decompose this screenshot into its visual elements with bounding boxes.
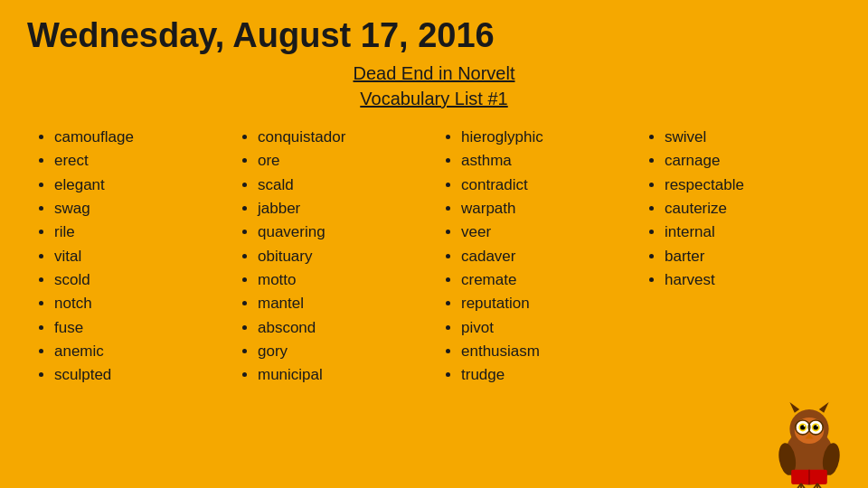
- svg-marker-2: [789, 402, 799, 413]
- list-item: pivot: [461, 316, 628, 340]
- column-1: camouflageerectelegantswagrilevitalscold…: [27, 126, 231, 388]
- column-3: hieroglyphicasthmacontradictwarpathveerc…: [434, 126, 637, 388]
- list-item: mantel: [258, 292, 425, 315]
- list-item: respectable: [665, 174, 832, 197]
- list-item: anemic: [54, 340, 222, 363]
- list-item: notch: [54, 292, 222, 315]
- list-item: veer: [461, 221, 628, 244]
- list-item: carnage: [665, 149, 832, 173]
- list-item: elegant: [54, 174, 222, 197]
- list-item: scold: [54, 268, 222, 292]
- svg-point-12: [816, 425, 818, 427]
- list-item: erect: [54, 149, 222, 173]
- svg-marker-3: [819, 402, 829, 413]
- list-item: contradict: [461, 174, 628, 197]
- list-item: reputation: [461, 292, 628, 315]
- owl-illustration: [769, 398, 850, 479]
- list-item: harvest: [665, 268, 832, 292]
- list-item: swivel: [665, 126, 832, 149]
- list-item: quavering: [258, 221, 425, 244]
- column-2: conquistadororescaldjabberquaveringobitu…: [231, 126, 434, 388]
- list-item: asthma: [461, 149, 628, 173]
- list-item: abscond: [258, 316, 425, 340]
- list-item: camouflage: [54, 126, 222, 149]
- column-4: swivelcarnagerespectablecauterizeinterna…: [637, 126, 841, 388]
- page-title: Wednesday, August 17, 2016: [0, 0, 868, 61]
- list-item: enthusiasm: [461, 340, 628, 363]
- list-item: cadaver: [461, 245, 628, 268]
- list-item: fuse: [54, 316, 222, 340]
- list-item: conquistador: [258, 126, 425, 149]
- list-item: trudge: [461, 363, 628, 387]
- list-item: vital: [54, 245, 222, 268]
- list-item: motto: [258, 268, 425, 292]
- list-item: hieroglyphic: [461, 126, 628, 149]
- list-item: internal: [665, 221, 832, 244]
- list-item: swag: [54, 197, 222, 221]
- list-item: ore: [258, 149, 425, 173]
- list-item: municipal: [258, 363, 425, 387]
- list-item: sculpted: [54, 363, 222, 387]
- list-item: obituary: [258, 245, 425, 268]
- list-item: cremate: [461, 268, 628, 292]
- list-item: barter: [665, 245, 832, 268]
- svg-point-8: [804, 425, 806, 427]
- list-item: rile: [54, 221, 222, 244]
- list-item: warpath: [461, 197, 628, 221]
- list-item: cauterize: [665, 197, 832, 221]
- list-item: scald: [258, 174, 425, 197]
- columns-wrapper: camouflageerectelegantswagrilevitalscold…: [0, 126, 868, 388]
- subtitle: Dead End in Norvelt Vocabulary List #1: [0, 61, 868, 111]
- list-item: gory: [258, 340, 425, 363]
- list-item: jabber: [258, 197, 425, 221]
